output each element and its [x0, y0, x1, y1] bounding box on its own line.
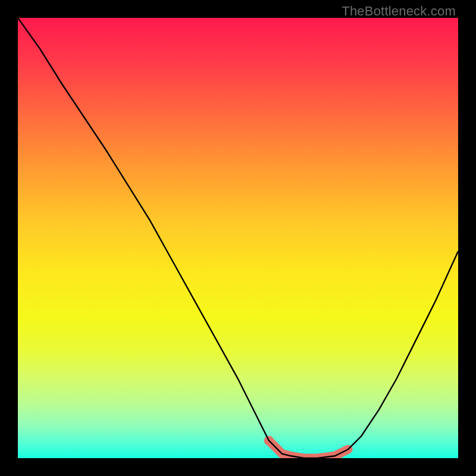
plot-area [18, 18, 458, 458]
attribution-label: TheBottleneck.com [342, 4, 456, 19]
bottleneck-curve [18, 18, 458, 458]
chart-container: TheBottleneck.com [0, 0, 476, 476]
chart-svg [18, 18, 458, 458]
